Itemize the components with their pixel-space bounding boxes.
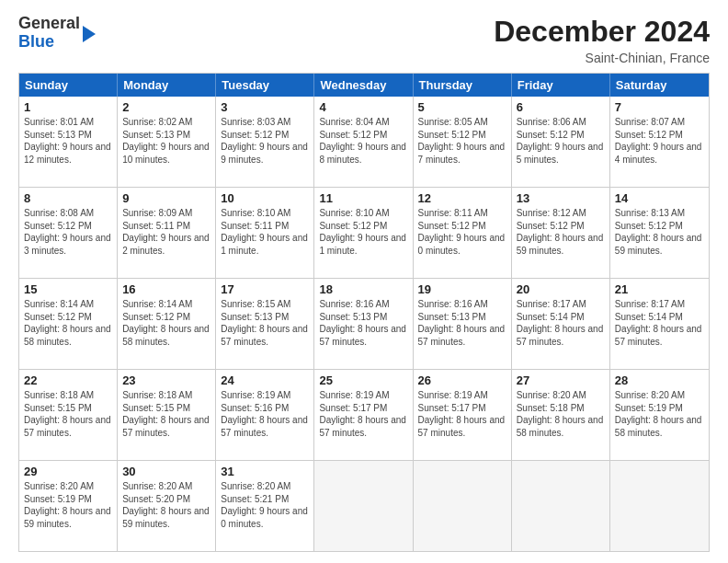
sunset-text: Sunset: 5:14 PM: [517, 311, 605, 324]
daylight-text: Daylight: 8 hours and 57 minutes.: [319, 323, 407, 348]
daylight-text: Daylight: 8 hours and 58 minutes.: [122, 323, 210, 348]
logo-blue: Blue: [18, 32, 54, 51]
weekday-wednesday: Wednesday: [314, 74, 413, 97]
title-section: December 2024 Saint-Chinian, France: [494, 15, 710, 65]
day-number: 15: [24, 282, 112, 296]
daylight-text: Daylight: 9 hours and 3 minutes.: [24, 232, 112, 257]
cal-cell-0-2: 3Sunrise: 8:03 AMSunset: 5:12 PMDaylight…: [216, 97, 314, 187]
day-number: 12: [418, 191, 506, 205]
day-number: 1: [24, 100, 112, 114]
sunset-text: Sunset: 5:12 PM: [221, 129, 309, 142]
daylight-text: Daylight: 9 hours and 8 minutes.: [319, 141, 407, 166]
sunrise-text: Sunrise: 8:09 AM: [122, 207, 210, 220]
cal-cell-3-1: 23Sunrise: 8:18 AMSunset: 5:15 PMDayligh…: [118, 370, 216, 460]
cal-cell-0-5: 6Sunrise: 8:06 AMSunset: 5:12 PMDaylight…: [512, 97, 610, 187]
cal-cell-4-2: 31Sunrise: 8:20 AMSunset: 5:21 PMDayligh…: [216, 461, 314, 551]
cal-cell-4-4: [414, 461, 512, 551]
day-number: 24: [221, 373, 309, 387]
calendar-row-3: 22Sunrise: 8:18 AMSunset: 5:15 PMDayligh…: [19, 369, 709, 460]
sunrise-text: Sunrise: 8:17 AM: [517, 298, 605, 311]
calendar-header: Sunday Monday Tuesday Wednesday Thursday…: [19, 74, 709, 97]
sunrise-text: Sunrise: 8:10 AM: [319, 207, 407, 220]
day-number: 27: [517, 373, 605, 387]
sunset-text: Sunset: 5:12 PM: [517, 220, 605, 233]
sunrise-text: Sunrise: 8:14 AM: [24, 298, 112, 311]
logo-general: General: [18, 14, 80, 32]
sunrise-text: Sunrise: 8:02 AM: [122, 116, 210, 129]
day-number: 9: [122, 191, 210, 205]
sunset-text: Sunset: 5:11 PM: [221, 220, 309, 233]
sunset-text: Sunset: 5:12 PM: [319, 220, 407, 233]
sunrise-text: Sunrise: 8:03 AM: [221, 116, 309, 129]
day-number: 22: [24, 373, 112, 387]
sunrise-text: Sunrise: 8:10 AM: [221, 207, 309, 220]
sunrise-text: Sunrise: 8:17 AM: [615, 298, 704, 311]
cal-cell-2-4: 19Sunrise: 8:16 AMSunset: 5:13 PMDayligh…: [414, 279, 512, 369]
cal-cell-0-6: 7Sunrise: 8:07 AMSunset: 5:12 PMDaylight…: [610, 97, 709, 187]
cal-cell-0-3: 4Sunrise: 8:04 AMSunset: 5:12 PMDaylight…: [314, 97, 413, 187]
sunrise-text: Sunrise: 8:20 AM: [615, 389, 704, 402]
sunset-text: Sunset: 5:14 PM: [615, 311, 704, 324]
daylight-text: Daylight: 8 hours and 59 minutes.: [24, 505, 112, 530]
weekday-thursday: Thursday: [414, 74, 512, 97]
sunset-text: Sunset: 5:13 PM: [221, 311, 309, 324]
sunrise-text: Sunrise: 8:01 AM: [24, 116, 112, 129]
sunrise-text: Sunrise: 8:20 AM: [517, 389, 605, 402]
daylight-text: Daylight: 8 hours and 57 minutes.: [24, 414, 112, 439]
daylight-text: Daylight: 9 hours and 7 minutes.: [418, 141, 506, 166]
calendar-row-2: 15Sunrise: 8:14 AMSunset: 5:12 PMDayligh…: [19, 278, 709, 369]
day-number: 7: [615, 100, 704, 114]
day-number: 26: [418, 373, 506, 387]
cal-cell-4-5: [512, 461, 610, 551]
daylight-text: Daylight: 8 hours and 57 minutes.: [615, 323, 704, 348]
sunset-text: Sunset: 5:13 PM: [122, 129, 210, 142]
day-number: 17: [221, 282, 309, 296]
sunset-text: Sunset: 5:12 PM: [319, 129, 407, 142]
day-number: 28: [615, 373, 704, 387]
sunset-text: Sunset: 5:12 PM: [615, 129, 704, 142]
sunrise-text: Sunrise: 8:19 AM: [319, 389, 407, 402]
sunset-text: Sunset: 5:17 PM: [418, 402, 506, 415]
daylight-text: Daylight: 9 hours and 5 minutes.: [517, 141, 605, 166]
daylight-text: Daylight: 9 hours and 10 minutes.: [122, 141, 210, 166]
cal-cell-4-6: [610, 461, 709, 551]
logo-arrow-icon: [83, 26, 96, 42]
daylight-text: Daylight: 9 hours and 9 minutes.: [221, 141, 309, 166]
sunset-text: Sunset: 5:12 PM: [418, 129, 506, 142]
cal-cell-0-0: 1Sunrise: 8:01 AMSunset: 5:13 PMDaylight…: [19, 97, 118, 187]
daylight-text: Daylight: 9 hours and 2 minutes.: [122, 232, 210, 257]
sunset-text: Sunset: 5:15 PM: [122, 402, 210, 415]
sunrise-text: Sunrise: 8:04 AM: [319, 116, 407, 129]
sunrise-text: Sunrise: 8:15 AM: [221, 298, 309, 311]
cal-cell-1-5: 13Sunrise: 8:12 AMSunset: 5:12 PMDayligh…: [512, 188, 610, 278]
day-number: 23: [122, 373, 210, 387]
sunset-text: Sunset: 5:18 PM: [517, 402, 605, 415]
sunrise-text: Sunrise: 8:11 AM: [418, 207, 506, 220]
cal-cell-2-6: 21Sunrise: 8:17 AMSunset: 5:14 PMDayligh…: [610, 279, 709, 369]
sunset-text: Sunset: 5:15 PM: [24, 402, 112, 415]
cal-cell-4-0: 29Sunrise: 8:20 AMSunset: 5:19 PMDayligh…: [19, 461, 118, 551]
calendar-body: 1Sunrise: 8:01 AMSunset: 5:13 PMDaylight…: [19, 97, 709, 551]
daylight-text: Daylight: 8 hours and 58 minutes.: [517, 414, 605, 439]
cal-cell-2-2: 17Sunrise: 8:15 AMSunset: 5:13 PMDayligh…: [216, 279, 314, 369]
cal-cell-0-1: 2Sunrise: 8:02 AMSunset: 5:13 PMDaylight…: [118, 97, 216, 187]
daylight-text: Daylight: 8 hours and 57 minutes.: [418, 414, 506, 439]
cal-cell-2-3: 18Sunrise: 8:16 AMSunset: 5:13 PMDayligh…: [314, 279, 413, 369]
cal-cell-2-5: 20Sunrise: 8:17 AMSunset: 5:14 PMDayligh…: [512, 279, 610, 369]
sunset-text: Sunset: 5:12 PM: [418, 220, 506, 233]
calendar: Sunday Monday Tuesday Wednesday Thursday…: [18, 73, 710, 552]
cal-cell-3-2: 24Sunrise: 8:19 AMSunset: 5:16 PMDayligh…: [216, 370, 314, 460]
location: Saint-Chinian, France: [494, 51, 710, 65]
sunset-text: Sunset: 5:12 PM: [24, 311, 112, 324]
sunrise-text: Sunrise: 8:20 AM: [122, 480, 210, 493]
sunrise-text: Sunrise: 8:08 AM: [24, 207, 112, 220]
sunrise-text: Sunrise: 8:05 AM: [418, 116, 506, 129]
day-number: 4: [319, 100, 407, 114]
sunset-text: Sunset: 5:20 PM: [122, 493, 210, 506]
cal-cell-4-1: 30Sunrise: 8:20 AMSunset: 5:20 PMDayligh…: [118, 461, 216, 551]
weekday-tuesday: Tuesday: [216, 74, 314, 97]
weekday-friday: Friday: [512, 74, 610, 97]
calendar-page: General Blue December 2024 Saint-Chinian…: [0, 0, 728, 563]
cal-cell-3-5: 27Sunrise: 8:20 AMSunset: 5:18 PMDayligh…: [512, 370, 610, 460]
sunset-text: Sunset: 5:13 PM: [418, 311, 506, 324]
